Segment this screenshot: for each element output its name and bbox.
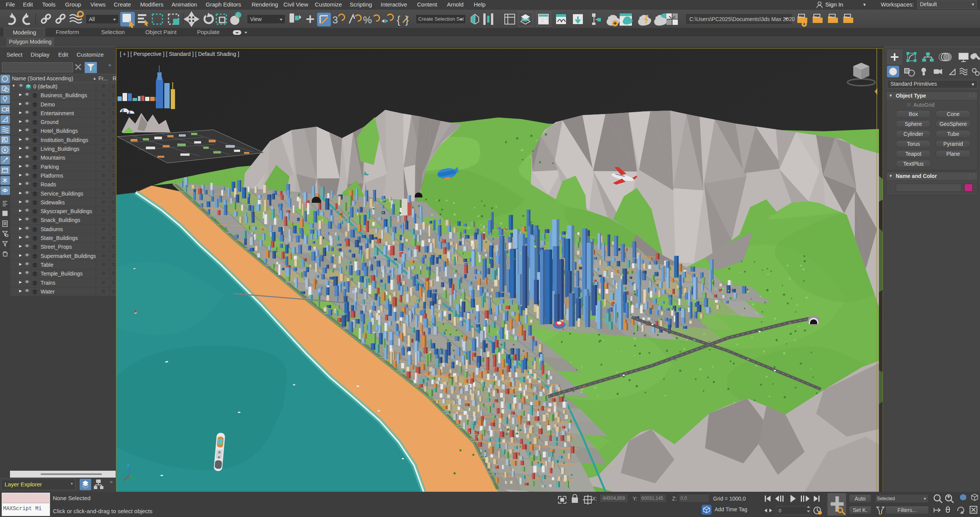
- svg-text:{: {: [397, 14, 400, 26]
- svg-text:Create Selection Set: Create Selection Set: [418, 16, 464, 22]
- svg-text:»: »: [108, 62, 111, 68]
- svg-text:%: %: [363, 14, 372, 26]
- svg-text:3: 3: [332, 14, 338, 26]
- svg-text:}: }: [405, 14, 409, 26]
- svg-text:View: View: [250, 16, 262, 22]
- svg-text:z: z: [127, 463, 129, 467]
- svg-text:C:\Users\PC2025\Documents\3ds: C:\Users\PC2025\Documents\3ds Max 2020: [689, 16, 795, 22]
- svg-text:0: 0: [779, 508, 781, 514]
- svg-text:All: All: [89, 16, 95, 22]
